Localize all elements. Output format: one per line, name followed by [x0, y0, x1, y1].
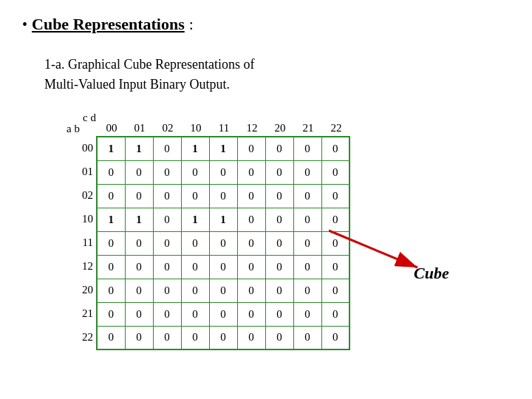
table-cell: 0 — [293, 208, 321, 231]
table-cell: 0 — [265, 208, 293, 231]
table-cell: 0 — [97, 184, 125, 208]
table-cell: 0 — [153, 255, 181, 279]
col-header: 00 — [98, 122, 126, 134]
table-cell: 0 — [153, 279, 181, 302]
main-title: Cube Representations — [32, 15, 185, 34]
table-cell: 0 — [293, 279, 321, 302]
table-cell: 0 — [321, 302, 349, 326]
table-row: 110110000 — [97, 137, 349, 160]
table-cell: 0 — [237, 208, 265, 231]
table-row: 110110000 — [97, 208, 349, 231]
table-cell: 0 — [181, 231, 209, 255]
table-cell: 0 — [293, 326, 321, 349]
col-header: 11 — [210, 122, 238, 134]
table-cell: 0 — [153, 184, 181, 208]
table-cell: 0 — [181, 302, 209, 326]
table-cell: 0 — [181, 279, 209, 302]
row-labels: 000102101112202122 — [66, 136, 93, 350]
table-cell: 0 — [153, 231, 181, 255]
table-cell: 0 — [237, 184, 265, 208]
table-cell: 0 — [293, 231, 321, 255]
table-cell: 1 — [125, 137, 153, 160]
col-headers: 000102101112202122 — [98, 122, 350, 134]
table-cell: 0 — [153, 302, 181, 326]
table-cell: 1 — [209, 208, 237, 231]
col-header: 12 — [238, 122, 266, 134]
table-cell: 0 — [237, 255, 265, 279]
row-label: 21 — [66, 301, 93, 325]
table-cell: 1 — [181, 137, 209, 160]
table-cell: 0 — [293, 160, 321, 184]
row-label: 11 — [66, 231, 93, 254]
arrow-cube-area: Cube — [329, 227, 447, 289]
table-cell: 0 — [265, 137, 293, 160]
table-cell: 0 — [265, 302, 293, 326]
title-row: • Cube Representations : — [22, 15, 510, 34]
table-cell: 1 — [181, 208, 209, 231]
col-header: 10 — [182, 122, 210, 134]
table-cell: 0 — [153, 326, 181, 349]
row-label: 00 — [66, 136, 93, 160]
cd-label: c d — [66, 112, 96, 123]
table-row: 000000000 — [97, 255, 349, 279]
table-row: 000000000 — [97, 326, 349, 349]
table-cell: 0 — [265, 231, 293, 255]
row-label: 22 — [66, 325, 93, 349]
table-body: 1101100000000000000000000001101100000000… — [97, 137, 349, 349]
col-header: 21 — [294, 122, 322, 134]
table-cell: 0 — [237, 231, 265, 255]
table-cell: 0 — [265, 255, 293, 279]
row-label: 02 — [66, 183, 93, 207]
subtitle-line1: 1-a. Graphical Cube Representations of — [44, 55, 510, 75]
svg-line-1 — [329, 231, 417, 267]
table-cell: 0 — [125, 279, 153, 302]
table-section: c d a b 000102101112202122 0001021011122… — [66, 112, 510, 350]
table-cell: 0 — [97, 160, 125, 184]
table-cell: 0 — [209, 302, 237, 326]
table-cell: 0 — [237, 326, 265, 349]
row-label: 12 — [66, 254, 93, 278]
table-cell: 0 — [97, 302, 125, 326]
table-cell: 0 — [321, 184, 349, 208]
table-cell: 0 — [209, 231, 237, 255]
table-cell: 0 — [125, 255, 153, 279]
table-cell: 0 — [265, 279, 293, 302]
subtitle-line2: Multi-Valued Input Binary Output. — [44, 75, 510, 95]
row-label: 20 — [66, 278, 93, 301]
table-cell: 0 — [181, 184, 209, 208]
table-cell: 0 — [97, 326, 125, 349]
grid-table: 1101100000000000000000000001101100000000… — [96, 136, 350, 350]
table-cell: 0 — [181, 255, 209, 279]
table-cell: 0 — [125, 184, 153, 208]
table-row: 000000000 — [97, 184, 349, 208]
table-cell: 0 — [321, 137, 349, 160]
table-cell: 0 — [153, 160, 181, 184]
table-cell: 0 — [97, 279, 125, 302]
table-cell: 0 — [293, 255, 321, 279]
table-cell: 0 — [265, 184, 293, 208]
table-cell: 0 — [237, 279, 265, 302]
table-cell: 0 — [209, 326, 237, 349]
table-row: 000000000 — [97, 231, 349, 255]
page-content: • Cube Representations : 1-a. Graphical … — [0, 0, 532, 365]
colon: : — [189, 15, 194, 34]
table-cell: 0 — [209, 184, 237, 208]
table-cell: 1 — [209, 137, 237, 160]
table-cell: 0 — [125, 302, 153, 326]
col-header: 02 — [154, 122, 182, 134]
table-cell: 0 — [209, 255, 237, 279]
col-header: 22 — [322, 122, 350, 134]
table-cell: 0 — [181, 326, 209, 349]
table-cell: 0 — [153, 137, 181, 160]
table-cell: 1 — [125, 208, 153, 231]
table-cell: 0 — [125, 160, 153, 184]
col-header: 01 — [126, 122, 154, 134]
col-header: 20 — [266, 122, 294, 134]
ab-label: a b — [66, 123, 96, 134]
table-cell: 0 — [293, 184, 321, 208]
table-cell: 0 — [209, 279, 237, 302]
table-cell: 0 — [97, 255, 125, 279]
table-cell: 0 — [153, 208, 181, 231]
table-row: 000000000 — [97, 160, 349, 184]
table-cell: 0 — [181, 160, 209, 184]
